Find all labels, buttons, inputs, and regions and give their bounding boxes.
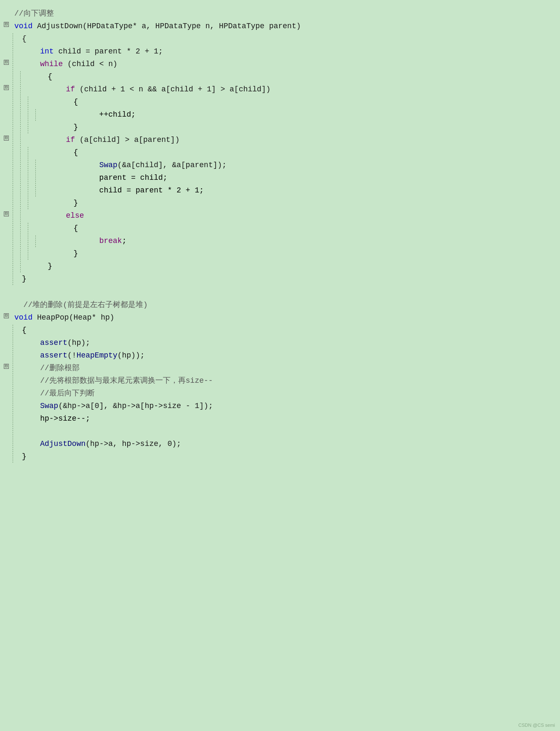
code-line-else: ⊟ else (0, 210, 560, 222)
code-text: //堆的删除(前提是左右子树都是堆) (13, 299, 560, 311)
code-text: //向下调整 (13, 8, 560, 20)
code-text: } (20, 273, 560, 285)
code-line-brace7: { (0, 222, 560, 235)
code-line-brace3: { (0, 96, 560, 109)
fold-area (0, 388, 13, 389)
code-line-brace4: } (0, 121, 560, 134)
code-line-brace12: } (0, 451, 560, 463)
code-line-brace5: { (0, 147, 560, 159)
section-gap (0, 285, 560, 299)
code-line-func2: ⊟ void HeapPop(Heap* hp) (0, 312, 560, 324)
fold-area (0, 197, 13, 199)
code-line-assert2: assert(!HeapEmpty(hp)); (0, 349, 560, 362)
fold-area (0, 160, 13, 161)
code-container: //向下调整 ⊟ void AdjustDown(HPDataType* a, … (0, 4, 560, 467)
fold-area (0, 46, 13, 47)
code-line-brace9: } (0, 260, 560, 273)
code-text: Swap(&hp->a[0], &hp->a[hp->size - 1]); (20, 400, 560, 412)
code-line-break: break; (0, 235, 560, 248)
fold-btn-7[interactable]: ⊟ (0, 363, 13, 369)
fold-btn-5[interactable]: ⊟ (0, 210, 13, 216)
code-text: { (20, 33, 560, 45)
code-text: if (child + 1 < n && a[child + 1] > a[ch… (28, 84, 560, 96)
fold-area (0, 350, 13, 351)
fold-area (0, 273, 13, 275)
code-line-brace1: { (0, 33, 560, 45)
fold-btn-1[interactable]: ⊟ (0, 21, 13, 27)
fold-area (0, 8, 13, 9)
code-text: } (35, 122, 560, 133)
code-text: { (20, 325, 560, 336)
code-text: //先将根部数据与最末尾元素调换一下，再size-- (20, 375, 560, 387)
code-line-comment2: //堆的删除(前提是左右子树都是堆) (0, 299, 560, 312)
code-line-comment5: //最后向下判断 (0, 387, 560, 400)
code-line-if2: ⊟ if (a[child] > a[parent]) (0, 134, 560, 147)
code-text: assert(hp); (20, 337, 560, 349)
fold-area (0, 438, 13, 440)
code-text: { (28, 71, 560, 83)
code-line-empty (0, 425, 560, 438)
code-text: } (20, 451, 560, 463)
code-line-increment: ++child; (0, 109, 560, 121)
fold-area (0, 109, 13, 110)
fold-area (0, 261, 13, 262)
fold-area (0, 337, 13, 339)
code-line-brace10: } (0, 273, 560, 285)
fold-area (0, 172, 13, 173)
code-line-while: ⊟ while (child < n) (0, 58, 560, 71)
code-line-swap1: Swap(&a[child], &a[parent]); (0, 159, 560, 172)
code-line-comment3: ⊟ //删除根部 (0, 362, 560, 375)
code-text: AdjustDown(hp->a, hp->size, 0); (20, 438, 560, 450)
code-text: else (28, 210, 560, 222)
fold-area (0, 223, 13, 224)
code-text: //删除根部 (20, 363, 560, 374)
code-text: { (35, 96, 560, 108)
code-line-brace8: } (0, 248, 560, 260)
code-text: ++child; (43, 109, 560, 121)
code-line-func1: ⊟ void AdjustDown(HPDataType* a, HPDataT… (0, 20, 560, 33)
fold-btn-3[interactable]: ⊟ (0, 84, 13, 90)
code-line-child-assign: child = parent * 2 + 1; (0, 184, 560, 197)
fold-area (0, 122, 13, 123)
fold-area (0, 248, 13, 249)
code-text: } (35, 197, 560, 209)
fold-area (0, 451, 13, 452)
code-text: } (28, 261, 560, 272)
fold-area (0, 96, 13, 98)
fold-area (0, 71, 13, 72)
code-text: { (35, 223, 560, 235)
code-line-assert1: assert(hp); (0, 337, 560, 349)
code-text: //最后向下判断 (20, 388, 560, 400)
code-line-int-child: int child = parent * 2 + 1; (0, 45, 560, 58)
code-line-size-decrement: hp->size--; (0, 413, 560, 425)
code-text: } (35, 248, 560, 260)
code-text: void HeapPop(Heap* hp) (13, 312, 560, 324)
code-line-brace6: } (0, 197, 560, 210)
fold-area (0, 33, 13, 35)
code-line-brace11: { (0, 324, 560, 337)
fold-btn-2[interactable]: ⊟ (0, 59, 13, 65)
code-text: break; (43, 235, 560, 247)
fold-area (0, 299, 13, 301)
fold-area (0, 185, 13, 186)
code-text: { (35, 147, 560, 159)
code-text: child = parent * 2 + 1; (43, 185, 560, 197)
code-text: if (a[child] > a[parent]) (28, 134, 560, 146)
fold-area (0, 147, 13, 148)
code-text: while (child < n) (20, 59, 560, 70)
code-line-brace2: { (0, 71, 560, 83)
code-text: parent = child; (43, 172, 560, 184)
fold-area (0, 413, 13, 414)
fold-area (0, 235, 13, 237)
fold-area (0, 375, 13, 376)
code-line-comment1: //向下调整 (0, 8, 560, 20)
code-text (20, 426, 560, 438)
fold-btn-4[interactable]: ⊟ (0, 134, 13, 141)
code-text: Swap(&a[child], &a[parent]); (43, 160, 560, 171)
code-text: void AdjustDown(HPDataType* a, HPDataTyp… (13, 21, 560, 32)
code-text: hp->size--; (20, 413, 560, 425)
code-line-adjustdown-call: AdjustDown(hp->a, hp->size, 0); (0, 438, 560, 451)
code-line-swap2: Swap(&hp->a[0], &hp->a[hp->size - 1]); (0, 400, 560, 413)
fold-area (0, 426, 13, 427)
fold-btn-6[interactable]: ⊟ (0, 312, 13, 318)
